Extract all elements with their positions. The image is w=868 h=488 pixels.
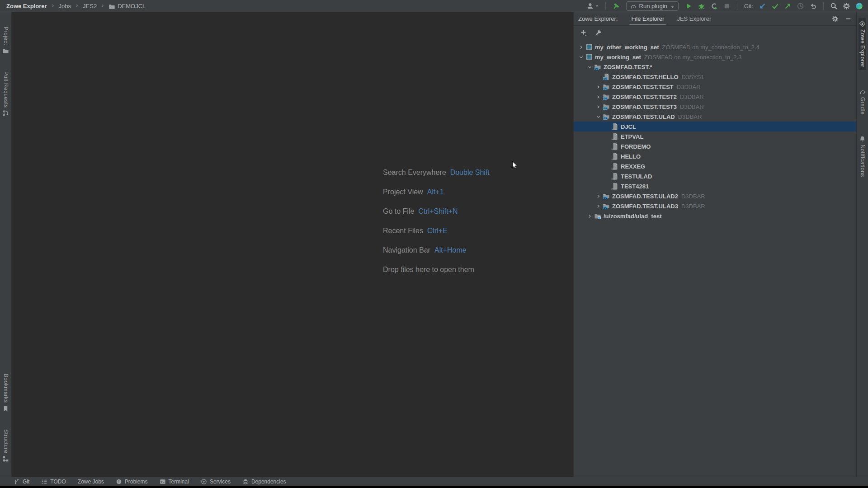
zowe-icon: Z	[859, 20, 866, 27]
mem-file-icon: MEM	[611, 153, 618, 160]
mem-file-icon: MEM	[611, 123, 618, 130]
chevron-placeholder	[603, 143, 611, 150]
status-bar-item-problems[interactable]: Problems	[116, 479, 148, 485]
svg-text:MEM: MEM	[611, 188, 617, 190]
user-menu-button[interactable]	[586, 2, 599, 10]
tree-row[interactable]: MEMDJCL	[574, 122, 856, 131]
stripe-button-zowe-explorer[interactable]: ZZowe Explorer	[859, 18, 866, 70]
breadcrumb-item[interactable]: DEMOJCL	[108, 3, 146, 9]
build-project-button[interactable]	[612, 2, 620, 10]
zowe-explorer-tool-window: Zowe Explorer: File ExplorerJES Explorer…	[573, 12, 856, 477]
stripe-button-gradle[interactable]: Gradle	[859, 85, 866, 117]
tree-row[interactable]: MEMTESTULAD	[574, 171, 856, 181]
account-avatar-button[interactable]	[855, 2, 863, 10]
tree-row[interactable]: DSZOSMFAD.TEST.TEST2D3DBAR	[574, 92, 856, 102]
tree-row[interactable]: my_working_setZOSMFAD on my_connection_t…	[574, 52, 856, 62]
tree-row[interactable]: DSZOSMFAD.TEST.ULAD3D3DBAR	[574, 201, 856, 211]
tool-window-header: Zowe Explorer: File ExplorerJES Explorer	[574, 12, 856, 26]
breadcrumb-item[interactable]: JES2	[83, 3, 97, 9]
chevron-right-icon[interactable]	[594, 93, 602, 100]
stripe-button-bookmarks[interactable]: Bookmarks	[2, 371, 9, 415]
breadcrumb-item[interactable]: Jobs	[59, 3, 71, 9]
tree-item-name: ZOSMFAD.TEST.ULAD2	[612, 193, 678, 200]
tab-file-explorer[interactable]: File Explorer	[626, 12, 670, 25]
svg-text:DS: DS	[603, 87, 607, 90]
shortcut-hint: Go to FileCtrl+Shift+N	[383, 207, 490, 216]
status-bar-item-zowe-jobs[interactable]: Zowe Jobs	[78, 479, 104, 485]
tree-row[interactable]: DSZOSMFAD.TEST.ULADD3DBAR	[574, 112, 856, 122]
settings-button[interactable]	[842, 2, 851, 10]
svg-text:MEM: MEM	[611, 158, 617, 160]
breadcrumb-separator-icon	[50, 3, 56, 9]
tab-jes-explorer[interactable]: JES Explorer	[671, 12, 717, 25]
right-tool-window-stripe: ZZowe ExplorerGradleNotifications	[856, 12, 868, 477]
working-set-icon	[585, 53, 593, 61]
chevron-right-icon[interactable]	[594, 202, 602, 210]
mouse-cursor	[512, 161, 518, 170]
bookmark-icon	[2, 405, 9, 412]
tree-row[interactable]: MEMTEST4281	[574, 181, 856, 191]
chevron-right-icon[interactable]	[594, 103, 602, 110]
commit-button[interactable]	[771, 2, 779, 10]
stripe-button-notifications[interactable]: Notifications	[859, 133, 866, 180]
folder-icon	[108, 3, 115, 9]
status-bar-item-services[interactable]: Services	[201, 479, 231, 485]
stripe-button-project[interactable]: Project	[2, 24, 9, 57]
run-configuration-select[interactable]: Run plugin	[626, 1, 679, 11]
status-bar-item-git[interactable]: Git	[14, 479, 29, 485]
status-bar-item-label: TODO	[50, 479, 66, 485]
rollback-button[interactable]	[809, 2, 817, 10]
chevron-down-icon[interactable]	[577, 53, 585, 61]
tree-row[interactable]: DSZOSMFAD.TEST.HELLOD3SYS1	[574, 72, 856, 82]
chevron-right-icon[interactable]	[586, 212, 594, 220]
status-bar-item-todo[interactable]: TODO	[41, 479, 66, 485]
gradle-icon	[630, 3, 637, 9]
add-button[interactable]	[579, 28, 588, 37]
tree-row[interactable]: MEMFORDEMO	[574, 141, 856, 151]
chevron-down-icon[interactable]	[586, 63, 594, 70]
tree-row[interactable]: MEMREXXEG	[574, 161, 856, 171]
tool-window-tabs: File ExplorerJES Explorer	[626, 12, 717, 25]
status-bar-item-dependencies[interactable]: Dependencies	[242, 479, 286, 485]
tree-row[interactable]: DSZOSMFAD.TEST.*	[574, 62, 856, 72]
run-button[interactable]	[684, 2, 693, 10]
breadcrumb-item[interactable]: Zowe Explorer	[6, 3, 47, 9]
tool-window-settings-button[interactable]	[831, 14, 840, 23]
ds-folder-icon: DS	[602, 93, 610, 100]
tree-item-suffix: D3DBAR	[681, 193, 705, 200]
shortcut-key: Alt+1	[427, 188, 444, 196]
uss-folder-icon	[594, 212, 601, 220]
chevron-right-icon[interactable]	[577, 43, 585, 51]
shortcut-key: Ctrl+E	[427, 227, 448, 235]
run-configuration-label: Run plugin	[639, 3, 667, 9]
ds-folder-icon: DS	[602, 103, 610, 110]
stripe-button-structure[interactable]: Structure	[2, 427, 9, 465]
editor-area: Search EverywhereDouble ShiftProject Vie…	[12, 12, 573, 477]
hide-tool-window-button[interactable]	[844, 14, 853, 23]
tree-item-name: ZOSMFAD.TEST.ULAD3	[612, 203, 678, 210]
debug-button[interactable]	[697, 2, 706, 10]
tree-row[interactable]: /u/zosmfad/ulad_test	[574, 211, 856, 221]
chevron-right-icon[interactable]	[594, 83, 602, 90]
tree-row[interactable]: my_other_working_setZOSMFAD on my_connec…	[574, 42, 856, 52]
run-with-coverage-button[interactable]	[710, 2, 718, 10]
stop-button	[722, 2, 731, 10]
tree-item-name: TESTULAD	[621, 173, 652, 180]
push-button[interactable]	[783, 2, 792, 10]
search-everywhere-button[interactable]	[830, 2, 838, 10]
status-bar-item-label: Problems	[125, 479, 148, 485]
tree-row[interactable]: MEMETPVAL	[574, 131, 856, 141]
chevron-right-icon[interactable]	[594, 192, 602, 200]
svg-text:MEM: MEM	[611, 168, 617, 170]
tree-row[interactable]: DSZOSMFAD.TEST.ULAD2D3DBAR	[574, 191, 856, 201]
stripe-button-pull-requests[interactable]: Pull Requests	[2, 69, 9, 120]
status-bar-item-terminal[interactable]: Terminal	[160, 479, 189, 485]
shortcut-hint: Recent FilesCtrl+E	[383, 227, 490, 236]
tree-row[interactable]: DSZOSMFAD.TEST.TEST3D3DBAR	[574, 102, 856, 112]
settings-wrench-button[interactable]	[594, 28, 603, 37]
tree-row[interactable]: MEMHELLO	[574, 151, 856, 161]
chevron-down-icon[interactable]	[594, 113, 602, 120]
update-project-button[interactable]	[758, 2, 767, 10]
shortcut-label: Go to File	[383, 207, 414, 215]
tree-row[interactable]: DSZOSMFAD.TEST.TESTD3DBAR	[574, 82, 856, 92]
